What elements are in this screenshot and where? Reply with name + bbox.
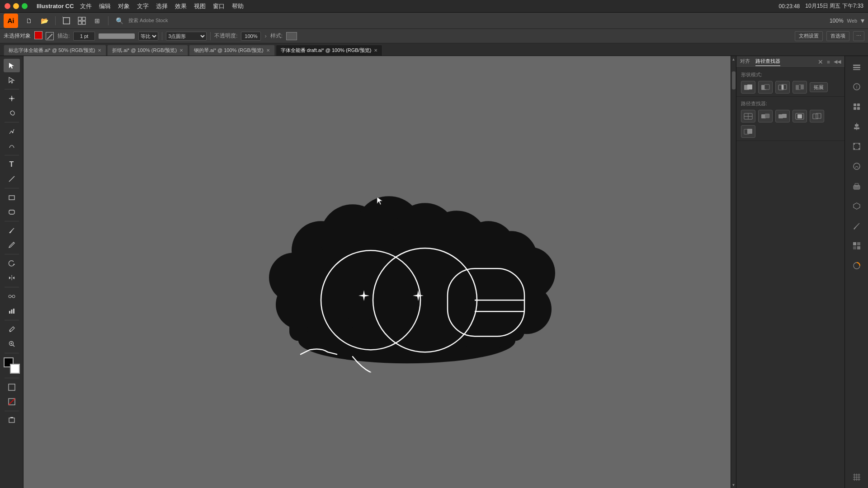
fill-swatch[interactable] xyxy=(34,31,44,41)
expand-workspace-icon[interactable]: ▾ xyxy=(861,16,864,25)
opacity-arrow[interactable]: › xyxy=(264,33,266,39)
eyedropper-tool[interactable] xyxy=(4,323,20,336)
color-swatches[interactable] xyxy=(4,357,20,374)
menu-help[interactable]: 帮助 xyxy=(232,2,244,10)
menu-object[interactable]: 对象 xyxy=(118,2,130,10)
magic-wand-tool[interactable] xyxy=(4,92,20,105)
pf-unite-btn[interactable] xyxy=(741,81,755,94)
new-file-btn[interactable]: 🗋 xyxy=(23,14,35,27)
stroke-width-input[interactable] xyxy=(73,32,95,41)
rp-layers-icon[interactable] xyxy=(849,59,865,75)
tab-4-close[interactable]: ✕ xyxy=(374,48,377,53)
pf-tab-pathfinder[interactable]: 路径查找器 xyxy=(755,58,780,66)
fill-tool[interactable] xyxy=(4,380,20,394)
rp-libraries-icon[interactable] xyxy=(849,99,865,115)
maximize-btn[interactable] xyxy=(22,3,28,9)
artboard-btn[interactable] xyxy=(60,14,73,27)
scroll-up-arrow[interactable]: ▲ xyxy=(731,57,736,61)
workspace-btn[interactable] xyxy=(75,14,88,27)
menu-select[interactable]: 选择 xyxy=(156,2,168,10)
rp-brushes-icon[interactable] xyxy=(849,218,865,234)
mac-window-controls[interactable] xyxy=(5,3,28,9)
rp-properties-icon[interactable]: i xyxy=(849,79,865,95)
close-btn[interactable] xyxy=(5,3,10,9)
pf-divide-btn[interactable] xyxy=(741,110,755,122)
pf-minus-back-btn[interactable] xyxy=(741,125,755,138)
line-tool[interactable] xyxy=(4,172,20,186)
menu-view[interactable]: 视图 xyxy=(194,2,206,10)
reflect-tool[interactable] xyxy=(4,271,20,285)
pf-crop-btn[interactable] xyxy=(793,110,807,122)
pen-tool[interactable] xyxy=(4,125,20,138)
style-swatch[interactable] xyxy=(286,32,297,40)
paintbrush-tool[interactable] xyxy=(4,224,20,237)
zoom-tool[interactable] xyxy=(4,337,20,351)
rp-appearance-icon[interactable] xyxy=(849,158,865,174)
tab-3[interactable]: 钢的琴.ai* @ 100% (RGB/预览) ✕ xyxy=(189,45,275,56)
menu-items[interactable]: 文件 编辑 对象 文字 选择 效果 视图 窗口 帮助 xyxy=(80,2,244,10)
rounded-rect-tool[interactable] xyxy=(4,205,20,219)
rotate-tool[interactable] xyxy=(4,257,20,270)
none-swatch[interactable] xyxy=(4,395,20,408)
lasso-tool[interactable] xyxy=(4,106,20,120)
arrange-btn[interactable]: ⊞ xyxy=(91,14,104,27)
menu-file[interactable]: 文件 xyxy=(80,2,92,10)
pf-trim-btn[interactable] xyxy=(758,110,773,122)
stroke-swatch[interactable] xyxy=(46,32,54,40)
tab-2-close[interactable]: ✕ xyxy=(179,48,183,53)
rp-color-icon[interactable] xyxy=(849,258,865,274)
open-file-btn[interactable]: 📂 xyxy=(38,14,51,27)
preferences-btn[interactable]: 首选项 xyxy=(826,31,849,41)
tab-1[interactable]: 标志字体全能番.ai* @ 50% (RGB/预览) ✕ xyxy=(4,45,106,56)
scroll-track[interactable] xyxy=(731,62,736,482)
background-color[interactable] xyxy=(10,364,20,374)
menu-type[interactable]: 文字 xyxy=(137,2,149,10)
pf-tab-align[interactable]: 对齐 xyxy=(740,58,750,66)
canvas-area[interactable] xyxy=(24,56,731,488)
minimize-btn[interactable] xyxy=(13,3,19,9)
tab-3-close[interactable]: ✕ xyxy=(266,48,270,53)
menu-edit[interactable]: 编辑 xyxy=(99,2,111,10)
opacity-label: 不透明度: xyxy=(214,33,237,39)
rp-swatches-icon[interactable] xyxy=(849,238,865,254)
rp-transform-icon[interactable] xyxy=(849,138,865,155)
rp-grid-icon[interactable] xyxy=(849,469,865,485)
rp-symbols-icon[interactable] xyxy=(849,198,865,214)
doc-settings-btn[interactable]: 文档设置 xyxy=(795,31,823,41)
pf-expand-btn[interactable]: 拓展 xyxy=(810,82,828,92)
pf-merge-btn[interactable] xyxy=(775,110,790,122)
curvature-tool[interactable] xyxy=(4,139,20,153)
opt-sep-2 xyxy=(210,32,211,40)
stroke-align-select[interactable]: 等比 xyxy=(138,32,158,41)
pf-collapse-btn[interactable]: ◀◀ xyxy=(834,59,841,65)
menu-effect[interactable]: 效果 xyxy=(175,2,187,10)
pf-exclude-btn[interactable] xyxy=(793,81,807,94)
rectangle-tool[interactable] xyxy=(4,191,20,204)
tab-2[interactable]: 折纸.ai* @ 100% (RGB/预览) ✕ xyxy=(107,45,188,56)
pf-outline-btn[interactable] xyxy=(810,110,824,122)
pencil-tool[interactable] xyxy=(4,238,20,252)
direct-selection-tool[interactable] xyxy=(4,73,20,87)
tab-4[interactable]: 字体全能番 draft.ai* @ 100% (RGB/预览) ✕ xyxy=(276,45,383,56)
rp-align-icon[interactable] xyxy=(849,118,865,135)
more-options-btn[interactable]: ⋯ xyxy=(853,31,864,41)
scroll-thumb[interactable] xyxy=(732,71,736,89)
tab-1-close[interactable]: ✕ xyxy=(98,48,101,53)
pf-minus-front-btn[interactable] xyxy=(758,81,773,94)
vertical-scrollbar[interactable]: ▲ ▼ xyxy=(731,56,736,488)
artboard-nav-tool[interactable] xyxy=(4,413,20,427)
pf-menu-btn[interactable]: ≡ xyxy=(827,59,830,65)
stroke-shape-select[interactable]: 3点圆形 xyxy=(166,32,207,41)
type-tool[interactable]: T xyxy=(4,158,20,171)
search-btn[interactable]: 🔍 xyxy=(113,14,126,27)
pf-close-btn[interactable]: ✕ xyxy=(818,58,823,66)
selection-tool[interactable] xyxy=(4,59,20,72)
rp-bottom-grid[interactable] xyxy=(849,469,865,485)
menu-window[interactable]: 窗口 xyxy=(213,2,225,10)
blend-tool[interactable] xyxy=(4,290,20,303)
scroll-down-arrow[interactable]: ▼ xyxy=(731,483,736,487)
column-graph-tool[interactable] xyxy=(4,304,20,318)
opacity-input[interactable] xyxy=(241,32,261,41)
rp-graphic-styles-icon[interactable] xyxy=(849,178,865,194)
pf-intersect-btn[interactable] xyxy=(775,81,790,94)
